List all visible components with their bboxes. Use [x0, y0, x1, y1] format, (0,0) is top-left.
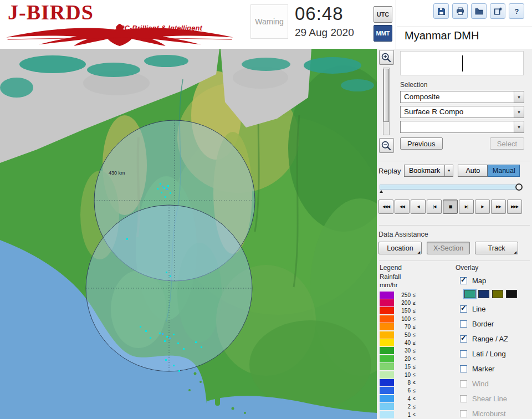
- overlay-checkbox[interactable]: [460, 395, 467, 402]
- product-type-dropdown[interactable]: Composite ▼: [400, 91, 524, 103]
- overlay-checkbox[interactable]: [460, 305, 467, 313]
- legend-row: 20 ≤: [380, 355, 455, 362]
- legend-row: 150 ≤: [380, 307, 455, 315]
- legend-color-swatch: [380, 411, 394, 418]
- playback-glyph: ▶|: [465, 205, 468, 209]
- section-divider: [379, 161, 530, 161]
- overlay-checkbox[interactable]: [460, 380, 467, 387]
- map-color-swatch[interactable]: [506, 290, 517, 298]
- overlay-label-text: Microburst: [472, 410, 506, 418]
- map-color-swatch[interactable]: [464, 290, 475, 298]
- chevron-down-icon[interactable]: ▼: [514, 121, 524, 132]
- overlay-item: Lati / Long: [460, 348, 531, 360]
- step-back-button[interactable]: |◀: [427, 200, 442, 214]
- zoom-out-icon: [381, 140, 392, 151]
- timeline-track[interactable]: [380, 185, 518, 190]
- jump-to-end-button[interactable]: ▶▶▶: [507, 200, 522, 214]
- legend-leq-symbol: ≤: [413, 292, 416, 298]
- timeline-slider[interactable]: [378, 183, 523, 192]
- bookmark-menu-button[interactable]: ▼: [445, 165, 453, 177]
- legend-leq-symbol: ≤: [413, 316, 416, 321]
- step-forward-button[interactable]: ▶|: [459, 200, 474, 214]
- legend-row: 100 ≤: [380, 315, 455, 323]
- legend-color-swatch: [380, 331, 394, 339]
- zoom-controls: [377, 50, 396, 153]
- header-divider: [396, 0, 396, 49]
- bookmark-button[interactable]: Bookmark: [404, 165, 445, 177]
- timeline-start-mark: [380, 190, 383, 193]
- clock-date: 29 Aug 2020: [295, 27, 375, 39]
- save-button[interactable]: [433, 3, 449, 19]
- overlay-item: Line: [460, 303, 531, 315]
- timeline-thumb[interactable]: [515, 183, 523, 191]
- overlay-checkbox[interactable]: [460, 350, 467, 357]
- location-button[interactable]: Location ◢: [378, 242, 422, 254]
- product-dropdown[interactable]: Surface R Compo ▼: [400, 106, 524, 118]
- playback-glyph: ■: [449, 205, 452, 209]
- zoom-slider[interactable]: [383, 68, 390, 135]
- map-color-swatch[interactable]: [492, 290, 503, 298]
- legend-color-swatch: [380, 292, 394, 299]
- legend-row: 70 ≤: [380, 323, 455, 331]
- sub-product-dropdown[interactable]: ▼: [400, 121, 524, 133]
- print-icon: [456, 7, 465, 16]
- utc-button[interactable]: UTC: [374, 6, 392, 23]
- open-folder-button[interactable]: [471, 3, 487, 19]
- map-canvas[interactable]: 430 km: [0, 49, 377, 419]
- fast-rewind-button[interactable]: ◀◀: [395, 200, 410, 214]
- overlay-checkbox[interactable]: [460, 365, 467, 372]
- zoom-in-button[interactable]: [379, 50, 394, 65]
- warning-label: Warning: [255, 17, 284, 26]
- play-reverse-button[interactable]: ◀: [411, 200, 426, 214]
- overlay-label-text: Wind: [472, 380, 489, 388]
- dropdown-value: Composite: [401, 91, 524, 103]
- legend-color-swatch: [380, 371, 394, 379]
- previous-button[interactable]: Previous: [400, 137, 443, 150]
- play-button[interactable]: ▶: [475, 200, 490, 214]
- x-section-button[interactable]: X-Section ◢: [427, 242, 470, 254]
- legend-value: 8: [396, 380, 411, 386]
- stop-button[interactable]: ■: [443, 200, 458, 214]
- legend-row: 40 ≤: [380, 339, 455, 346]
- map-color-swatch[interactable]: [478, 290, 489, 298]
- warning-status[interactable]: Warning: [250, 4, 288, 39]
- track-button[interactable]: Track ◢: [475, 242, 518, 254]
- mmt-button[interactable]: MMT: [374, 25, 392, 42]
- chevron-down-icon[interactable]: ▼: [514, 106, 524, 117]
- legend-color-swatch: [380, 395, 394, 402]
- overlay-checkbox[interactable]: [460, 335, 467, 343]
- timezone-toggle: UTC MMT: [374, 6, 392, 42]
- overlay-items: Line Border Range / AZ: [460, 303, 531, 419]
- auto-button[interactable]: Auto: [458, 165, 488, 177]
- station-input[interactable]: [400, 51, 524, 75]
- print-button[interactable]: [452, 3, 468, 19]
- overlay-checkbox[interactable]: [460, 320, 467, 328]
- jump-to-start-button[interactable]: ◀◀◀: [378, 200, 393, 214]
- playback-controls: ◀◀◀ ◀◀ ◀ |◀: [378, 200, 523, 214]
- legend-color-swatch: [380, 323, 394, 330]
- manual-button[interactable]: Manual: [488, 165, 520, 177]
- overlay-label-text: Map: [472, 277, 486, 285]
- overlay-label-text: Range / AZ: [472, 335, 508, 343]
- export-button[interactable]: [490, 3, 505, 19]
- help-button[interactable]: ?: [509, 3, 524, 19]
- zoom-out-button[interactable]: [379, 138, 394, 153]
- legend-row: 2 ≤: [380, 402, 455, 410]
- zoom-slider-thumb[interactable]: [383, 69, 389, 122]
- chevron-down-icon[interactable]: ▼: [514, 91, 524, 103]
- overlay-label: Overlay: [456, 264, 531, 272]
- fast-forward-button[interactable]: ▶▶: [491, 200, 506, 214]
- map-color-swatches: [464, 290, 531, 298]
- legend-leq-symbol: ≤: [413, 396, 416, 401]
- radar-map[interactable]: 430 km: [0, 49, 377, 419]
- range-ring-label: 430 km: [109, 170, 125, 176]
- legend-row: 50 ≤: [380, 331, 455, 339]
- overlay-checkbox[interactable]: [460, 410, 467, 417]
- legend-color-swatch: [380, 403, 394, 410]
- toolbar: ?: [433, 3, 524, 19]
- logo-title: J-BIRDS: [8, 0, 94, 24]
- select-button[interactable]: Select: [490, 137, 524, 150]
- overlay-item: Shear Line: [460, 393, 531, 405]
- map-checkbox[interactable]: [460, 277, 467, 284]
- zoom-in-icon: [381, 52, 392, 63]
